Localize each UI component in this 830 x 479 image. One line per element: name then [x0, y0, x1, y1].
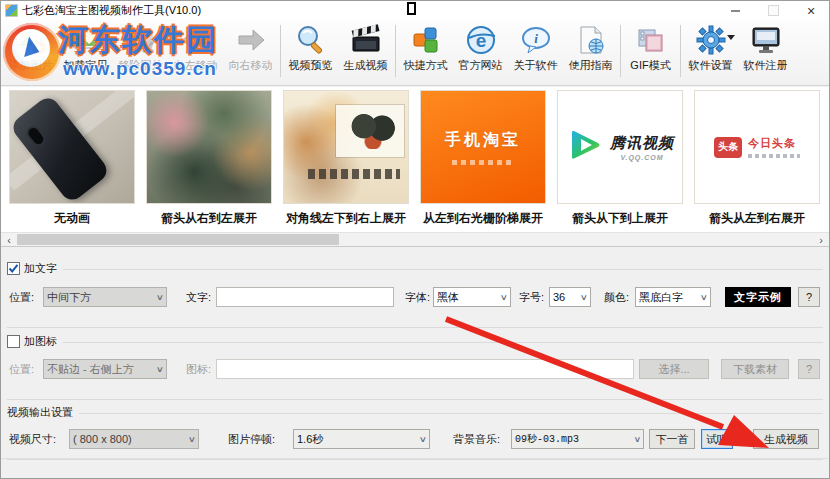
settings-gear-icon [694, 23, 728, 57]
thumbnail-caption: 箭头从右到左展开 [161, 210, 257, 227]
move-left-button[interactable]: 向左移动 [168, 23, 223, 81]
close-icon[interactable]: × [799, 3, 823, 19]
watercolor-figures [350, 111, 396, 149]
icon-help-button[interactable]: ? [798, 359, 820, 379]
toolbar-label: 视频预览 [289, 58, 333, 73]
scroll-right-icon[interactable]: › [814, 233, 828, 246]
text-position-select[interactable]: 中间下方∨ [43, 287, 167, 307]
add-icon-checkbox[interactable] [7, 335, 20, 348]
add-icon-group: 加图标 位置: 不贴边 - 右侧上方∨ 图标: 选择... 下载素材 ? [7, 342, 823, 400]
about-software-button[interactable]: i 关于软件 [508, 23, 563, 81]
maximize-icon[interactable] [761, 3, 785, 19]
move-left-icon [179, 23, 213, 57]
text-label: 文字: [186, 290, 211, 305]
add-text-group: 加文字 位置: 中间下方∨ 文字: 字体: 黑体∨ 字号: 36∨ 颜色: 黑底… [7, 269, 823, 328]
gif-mode-button[interactable]: GIF模式 [623, 23, 678, 81]
minimize-icon[interactable] [723, 3, 747, 19]
thumbnail-image-anime-group[interactable] [146, 90, 272, 204]
svg-text:i: i [534, 31, 538, 46]
toolbar-separator [280, 25, 281, 77]
load-item-button[interactable]: 加载宝贝 [58, 23, 113, 81]
chevron-down-icon: ∨ [580, 293, 588, 302]
shortcut-icon [409, 23, 443, 57]
remove-image-button[interactable]: 移除图片 [113, 23, 168, 81]
chevron-down-icon: ∨ [419, 435, 427, 444]
toolbar-label: 快捷方式 [404, 58, 448, 73]
icon-select-button[interactable]: 选择... [639, 359, 709, 379]
toolbar-label: 加载宝贝 [64, 58, 108, 73]
thumbnail-item[interactable]: 箭头从右到左展开 [144, 90, 274, 232]
thumbnail-item[interactable]: 对角线左下到右上展开 [281, 90, 411, 232]
video-output-row: 视频尺寸: ( 800 x 800)∨ 图片停顿: 1.6秒∨ 背景音乐: 09… [7, 429, 823, 449]
thumbnail-image-taobao[interactable]: 手机淘宝 [420, 90, 546, 204]
add-text-row: 位置: 中间下方∨ 文字: 字体: 黑体∨ 字号: 36∨ 颜色: 黑底白字∨ … [7, 287, 823, 307]
thumbnail-caption: 无动画 [54, 210, 90, 227]
watercolor-calligraphy [308, 169, 400, 179]
thumbnail-caption: 从左到右光栅阶梯展开 [423, 210, 543, 227]
thumbnail-strip: 无动画 箭头从右到左展开 对角线左下到右上展开 手机淘宝 从左到右光栅阶梯展开 [1, 87, 829, 232]
toutiao-brand: 今日头条 [748, 136, 796, 151]
text-color-select[interactable]: 黑底白字∨ [635, 287, 711, 307]
scrollbar-thumb[interactable] [17, 234, 339, 245]
thumbnail-item[interactable]: 无动画 [7, 90, 137, 232]
text-sample-button[interactable]: 文字示例 [725, 287, 791, 307]
software-settings-button[interactable]: 软件设置 [683, 23, 738, 81]
thumbnail-caption: 箭头从下到上展开 [572, 210, 668, 227]
thumbnail-image-tencent-video[interactable]: 腾讯视频 V.QQ.COM [557, 90, 683, 204]
toolbar-label: 添加图片 [9, 58, 53, 73]
generate-video-toolbar-button[interactable]: 生成视频 [338, 23, 393, 81]
scroll-left-icon[interactable]: ‹ [2, 233, 16, 246]
software-register-button[interactable]: 软件注册 [738, 23, 793, 81]
icon-path-input[interactable] [216, 359, 634, 379]
font-select[interactable]: 黑体∨ [433, 287, 511, 307]
chevron-down-icon: ∨ [156, 365, 164, 374]
font-size-select[interactable]: 36∨ [549, 287, 591, 307]
video-preview-button[interactable]: 视频预览 [283, 23, 338, 81]
gif-mode-icon [634, 23, 668, 57]
chevron-down-icon: ∨ [700, 293, 708, 302]
color-label: 颜色: [604, 290, 629, 305]
register-monitor-icon [749, 23, 783, 57]
text-input[interactable] [216, 287, 394, 307]
font-size-label: 字号: [519, 290, 544, 305]
thumbnail-item[interactable]: 腾讯视频 V.QQ.COM 箭头从下到上展开 [555, 90, 685, 232]
tencent-video-logo-icon [566, 126, 604, 168]
add-icon-row: 位置: 不贴边 - 右侧上方∨ 图标: 选择... 下载素材 ? [7, 359, 823, 379]
thumbnail-item[interactable]: 头条 今日头条 箭头从左到右展开 [692, 90, 822, 232]
listen-button[interactable]: 试听 [701, 429, 733, 449]
toolbar-label: GIF模式 [630, 58, 670, 73]
add-text-group-header: 加文字 [7, 261, 63, 276]
thumbnail-caption: 对角线左下到右上展开 [286, 210, 406, 227]
background-music-select[interactable]: 09秒-03.mp3∨ [511, 429, 644, 449]
tencent-video-brand: 腾讯视频 [610, 134, 674, 153]
official-website-button[interactable]: e 官方网站 [453, 23, 508, 81]
icon-position-select[interactable]: 不贴边 - 右侧上方∨ [43, 359, 167, 379]
text-help-button[interactable]: ? [798, 287, 820, 307]
font-label: 字体: [405, 290, 430, 305]
user-guide-button[interactable]: 使用指南 [563, 23, 618, 81]
thumbnail-image-watercolor[interactable] [283, 90, 409, 204]
taobao-slogan-blur [452, 160, 514, 165]
download-material-button[interactable]: 下载素材 [721, 359, 789, 379]
thumbnail-image-toutiao[interactable]: 头条 今日头条 [694, 90, 820, 204]
shortcut-button[interactable]: 快捷方式 [398, 23, 453, 81]
horizontal-scrollbar[interactable]: ‹ › [1, 232, 829, 247]
generate-video-button[interactable]: 生成视频 [753, 429, 819, 449]
add-image-button[interactable]: 添加图片 [3, 23, 58, 81]
toolbar-separator [680, 25, 681, 77]
next-track-button[interactable]: 下一首 [649, 429, 695, 449]
video-output-group-header: 视频输出设置 [7, 405, 79, 420]
window-controls: × [723, 1, 823, 20]
toutiao-badge: 头条 [714, 137, 742, 158]
toutiao-slogan-blur [748, 154, 800, 158]
thumbnail-image-phone[interactable] [9, 90, 135, 204]
video-size-select[interactable]: ( 800 x 800)∨ [69, 429, 199, 449]
move-right-button[interactable]: 向右移动 [223, 23, 278, 81]
thumbnail-item[interactable]: 手机淘宝 从左到右光栅阶梯展开 [418, 90, 548, 232]
video-size-label: 视频尺寸: [9, 432, 56, 447]
image-pause-select[interactable]: 1.6秒∨ [293, 429, 430, 449]
video-preview-icon [294, 23, 328, 57]
icon-position-label: 位置: [9, 362, 34, 377]
add-text-checkbox[interactable] [7, 262, 20, 275]
video-output-group: 视频输出设置 视频尺寸: ( 800 x 800)∨ 图片停顿: 1.6秒∨ 背… [7, 413, 823, 460]
